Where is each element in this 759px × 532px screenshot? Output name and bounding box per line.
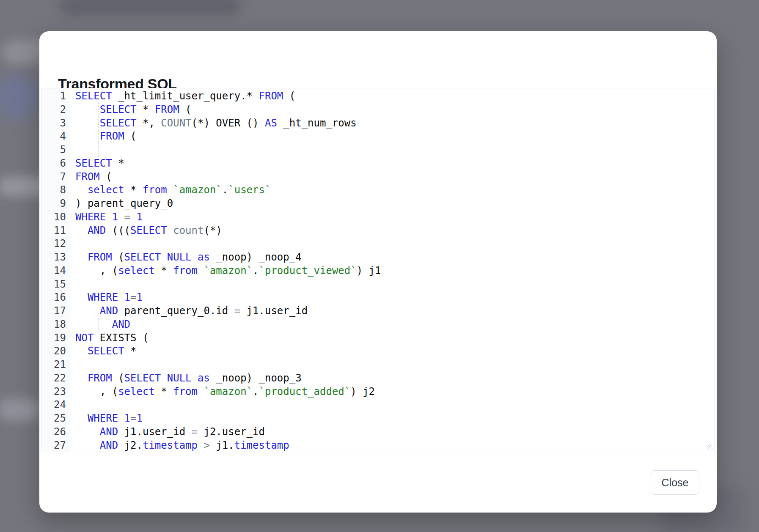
code-line: 2 SELECT * FROM ( bbox=[41, 103, 715, 117]
line-number: 7 bbox=[41, 170, 70, 184]
code-line: 13 FROM (SELECT NULL as _noop) _noop_4 bbox=[41, 251, 715, 264]
code-line: 20 SELECT * bbox=[41, 345, 715, 358]
line-number: 15 bbox=[41, 278, 70, 291]
code-line: 4 FROM ( bbox=[41, 130, 715, 143]
code-line: 26 AND j1.user_id = j2.user_id bbox=[41, 425, 715, 439]
blurred-background-shape bbox=[0, 399, 41, 421]
code-line: 12 bbox=[41, 237, 715, 251]
code-line: 11 AND (((SELECT count(*) bbox=[41, 224, 715, 238]
close-button[interactable]: Close bbox=[651, 470, 699, 495]
line-number: 5 bbox=[41, 143, 70, 157]
line-number: 21 bbox=[41, 358, 70, 372]
line-number: 8 bbox=[41, 184, 70, 197]
line-number: 11 bbox=[41, 224, 70, 238]
blurred-background-avatar bbox=[0, 75, 38, 119]
line-number: 23 bbox=[41, 385, 70, 399]
blurred-background-bar bbox=[59, 0, 241, 15]
code-line: 27 AND j2.timestamp > j1.timestamp bbox=[41, 439, 715, 452]
line-number: 25 bbox=[41, 412, 70, 425]
code-line: 3 SELECT *, COUNT(*) OVER () AS _ht_num_… bbox=[41, 117, 715, 130]
code-line: 1SELECT _ht_limit_user_query.* FROM ( bbox=[41, 90, 715, 103]
code-line: 21 bbox=[41, 358, 715, 372]
line-number: 27 bbox=[41, 439, 70, 452]
line-number: 24 bbox=[41, 398, 70, 412]
line-number: 12 bbox=[41, 237, 70, 251]
line-number: 6 bbox=[41, 157, 70, 170]
code-line: 24 bbox=[41, 398, 715, 412]
code-line: 8 select * from `amazon`.`users` bbox=[41, 184, 715, 197]
line-number: 3 bbox=[41, 117, 70, 130]
line-number: 2 bbox=[41, 103, 70, 117]
line-number: 14 bbox=[41, 264, 70, 278]
code-line: 18 AND bbox=[41, 318, 715, 332]
line-number: 10 bbox=[41, 211, 70, 224]
code-line: 17 AND parent_query_0.id = j1.user_id bbox=[41, 304, 715, 318]
line-number: 20 bbox=[41, 345, 70, 358]
code-line: 14 , (select * from `amazon`.`product_vi… bbox=[41, 264, 715, 278]
code-line: 5 bbox=[41, 143, 715, 157]
code-line: 15 bbox=[41, 278, 715, 291]
code-line: 23 , (select * from `amazon`.`product_ad… bbox=[41, 385, 715, 399]
code-line: 22 FROM (SELECT NULL as _noop) _noop_3 bbox=[41, 372, 715, 385]
line-number: 26 bbox=[41, 425, 70, 439]
line-number: 13 bbox=[41, 251, 70, 264]
line-number: 19 bbox=[41, 332, 70, 345]
line-number: 22 bbox=[41, 372, 70, 385]
line-number: 18 bbox=[41, 318, 70, 332]
line-number: 16 bbox=[41, 291, 70, 304]
code-line: 19NOT EXISTS ( bbox=[41, 332, 715, 345]
line-number: 4 bbox=[41, 130, 70, 143]
code-lines: 1SELECT _ht_limit_user_query.* FROM (2 S… bbox=[41, 90, 715, 452]
sql-code-viewer[interactable]: 1SELECT _ht_limit_user_query.* FROM (2 S… bbox=[41, 88, 715, 452]
code-line: 9) parent_query_0 bbox=[41, 197, 715, 211]
resize-grip-icon[interactable] bbox=[707, 444, 713, 450]
code-line: 7FROM ( bbox=[41, 170, 715, 184]
code-line: 25 WHERE 1=1 bbox=[41, 412, 715, 425]
line-number: 1 bbox=[41, 90, 70, 103]
line-number: 17 bbox=[41, 304, 70, 318]
line-number: 9 bbox=[41, 197, 70, 211]
code-line: 10WHERE 1 = 1 bbox=[41, 211, 715, 224]
transformed-sql-dialog: Transformed SQL 1SELECT _ht_limit_user_q… bbox=[39, 31, 717, 513]
code-line: 6SELECT * bbox=[41, 157, 715, 170]
code-line: 16 WHERE 1=1 bbox=[41, 291, 715, 304]
